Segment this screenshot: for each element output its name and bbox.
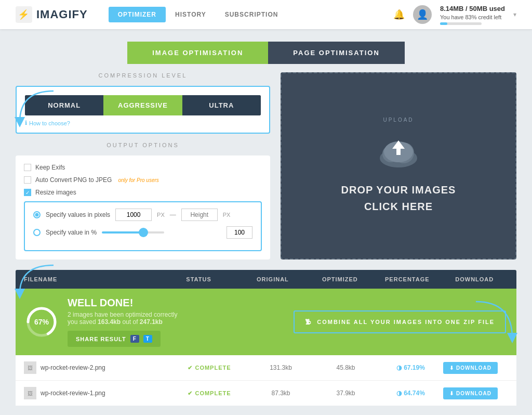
file-percent-1: ◑ 67.19%: [378, 364, 443, 371]
height-unit: PX: [223, 212, 231, 218]
bell-icon[interactable]: 🔔: [393, 9, 405, 20]
header-right: 🔔 👤 8.14MB / 50MB used You have 83% cred…: [393, 4, 516, 25]
usage-info: 8.14MB / 50MB used You have 83% credit l…: [440, 4, 505, 25]
well-done-title: WELL DONE!: [68, 297, 283, 309]
logo-icon: ⚡: [16, 6, 32, 23]
col-header-status: Status: [158, 276, 239, 282]
download-button-1[interactable]: ⬇ DOWNLOAD: [443, 362, 498, 374]
file-download-1: ⬇ DOWNLOAD: [443, 362, 508, 374]
percent-input[interactable]: [227, 226, 252, 239]
cloud-upload-icon: [378, 133, 419, 171]
checkbox-keep-exifs[interactable]: [24, 164, 31, 171]
download-button-2[interactable]: ⬇ DOWNLOAD: [443, 387, 498, 399]
compression-aggressive[interactable]: AGGRESSIVE: [103, 95, 182, 115]
zip-download-button[interactable]: 🗜 COMBINE ALL YOUR IMAGES INTO ONE ZIP F…: [294, 310, 506, 333]
table-row: 🖼 wp-rocket-review-1.png ✔ COMPLETE 87.3…: [16, 381, 516, 406]
table-row: 🖼 wp-rocket-review-2.png ✔ COMPLETE 131.…: [16, 355, 516, 381]
col-header-download: Download: [441, 276, 508, 282]
option-convert-png-label: Auto Convert PNG to JPEG: [35, 176, 112, 184]
col-header-original: Original: [239, 276, 306, 282]
file-status-2: ✔ COMPLETE: [170, 390, 248, 397]
tab-page-optimisation[interactable]: PAGE OPTIMISATION: [268, 42, 404, 64]
compression-ultra[interactable]: ULTRA: [182, 95, 261, 115]
credit-label: You have 83% credit left: [440, 14, 505, 21]
table-header: Filename Status Original Optimized Perce…: [16, 270, 516, 289]
upload-label: UPLOAD: [383, 117, 414, 123]
main-content: COMPRESSION LEVEL NORMAL AGGRESSIVE ULTR…: [0, 72, 532, 270]
circle-icon-2: ◑: [396, 390, 402, 397]
option-resize: ✓ Resize images: [24, 189, 262, 196]
checkbox-convert-png[interactable]: [24, 176, 31, 184]
col-header-optimized: Optimized: [307, 276, 374, 282]
zip-label: COMBINE ALL YOUR IMAGES INTO ONE ZIP FIL…: [317, 319, 495, 325]
resize-pixels-row: Specify values in pixels PX — PX: [33, 209, 252, 221]
file-original-2: 87.3kb: [248, 390, 313, 397]
download-icon-2: ⬇: [449, 391, 454, 396]
nav-history[interactable]: HISTORY: [166, 7, 216, 22]
info-icon: ℹ: [25, 120, 27, 126]
circle-icon-1: ◑: [396, 364, 402, 371]
header: ⚡ IMAGIFY OPTIMIZER HISTORY SUBSCRIPTION…: [0, 0, 532, 29]
progress-text: 67%: [34, 318, 49, 326]
option-keep-exifs-label: Keep Exifs: [35, 164, 65, 171]
nav-optimizer[interactable]: OPTIMIZER: [109, 7, 166, 22]
width-unit: PX: [157, 212, 165, 218]
output-options-title: OUTPUT OPTIONS: [16, 142, 270, 148]
slider-container: [102, 231, 221, 234]
share-label: SHARE RESULT: [76, 336, 126, 342]
tab-bar: IMAGE OPTIMISATION PAGE OPTIMISATION: [0, 29, 532, 72]
col-header-filename: Filename: [24, 276, 158, 282]
logo-area: ⚡ IMAGIFY: [16, 6, 88, 23]
upload-area[interactable]: UPLOAD DROP YOUR IMAGES CLICK HERE: [281, 72, 516, 260]
pro-badge: only for Pro users: [118, 177, 158, 183]
chevron-down-icon[interactable]: ▾: [513, 11, 516, 18]
percent-slider[interactable]: [102, 231, 164, 234]
well-done-sub1: 2 images have been optimized correctly: [68, 311, 283, 318]
download-icon-1: ⬇: [449, 365, 454, 371]
compression-normal[interactable]: NORMAL: [25, 95, 103, 115]
separator: —: [170, 211, 176, 218]
avatar: 👤: [413, 5, 432, 24]
output-options-box: Keep Exifs Auto Convert PNG to JPEG only…: [16, 155, 270, 260]
pixels-label: Specify values in pixels: [46, 211, 110, 218]
results-section: Filename Status Original Optimized Perce…: [16, 270, 516, 406]
nav-subscription[interactable]: SUBSCRIPTION: [216, 7, 288, 22]
compression-title: COMPRESSION LEVEL: [16, 72, 270, 79]
file-download-2: ⬇ DOWNLOAD: [443, 387, 508, 399]
height-input[interactable]: [181, 209, 218, 221]
left-panel: COMPRESSION LEVEL NORMAL AGGRESSIVE ULTR…: [16, 72, 270, 260]
usage-mb: 8.14MB / 50MB used: [440, 5, 505, 12]
resize-box: Specify values in pixels PX — PX Specify…: [24, 201, 262, 251]
logo-text: IMAGIFY: [36, 8, 88, 21]
well-done-banner: 67% WELL DONE! 2 images have been optimi…: [16, 289, 516, 355]
radio-percent[interactable]: [33, 229, 41, 236]
share-result-button[interactable]: SHARE RESULT f t: [68, 331, 161, 347]
compression-buttons: NORMAL AGGRESSIVE ULTRA: [25, 95, 261, 115]
usage-bar-outer: [440, 22, 482, 25]
file-name-1: wp-rocket-review-2.png: [41, 364, 170, 371]
file-optimized-2: 37.9kb: [313, 390, 378, 397]
progress-circle: 67%: [26, 306, 57, 338]
zip-btn-container: 🗜 COMBINE ALL YOUR IMAGES INTO ONE ZIP F…: [294, 310, 506, 333]
twitter-icon: t: [143, 335, 152, 343]
how-to-choose[interactable]: ℹ How to choose?: [25, 120, 261, 126]
usage-bar-inner: [440, 22, 447, 25]
file-original-1: 131.3kb: [248, 364, 313, 371]
facebook-icon: f: [130, 335, 139, 343]
file-status-1: ✔ COMPLETE: [170, 365, 248, 371]
option-keep-exifs: Keep Exifs: [24, 164, 262, 171]
tab-image-optimisation[interactable]: IMAGE OPTIMISATION: [127, 42, 268, 64]
checkbox-resize[interactable]: ✓: [24, 189, 31, 196]
width-input[interactable]: [115, 209, 152, 221]
resize-percent-row: Specify value in %: [33, 226, 252, 239]
svg-text:⚡: ⚡: [18, 9, 30, 20]
file-thumb-2: 🖼: [24, 387, 36, 399]
radio-pixels[interactable]: [33, 211, 41, 218]
file-optimized-1: 45.8kb: [313, 364, 378, 371]
checkmark-icon: ✔: [188, 365, 193, 371]
file-name-2: wp-rocket-review-1.png: [41, 390, 170, 397]
file-thumb-1: 🖼: [24, 361, 36, 374]
col-header-percentage: Percentage: [374, 276, 441, 282]
well-done-text: WELL DONE! 2 images have been optimized …: [68, 297, 283, 347]
file-percent-2: ◑ 64.74%: [378, 390, 443, 397]
